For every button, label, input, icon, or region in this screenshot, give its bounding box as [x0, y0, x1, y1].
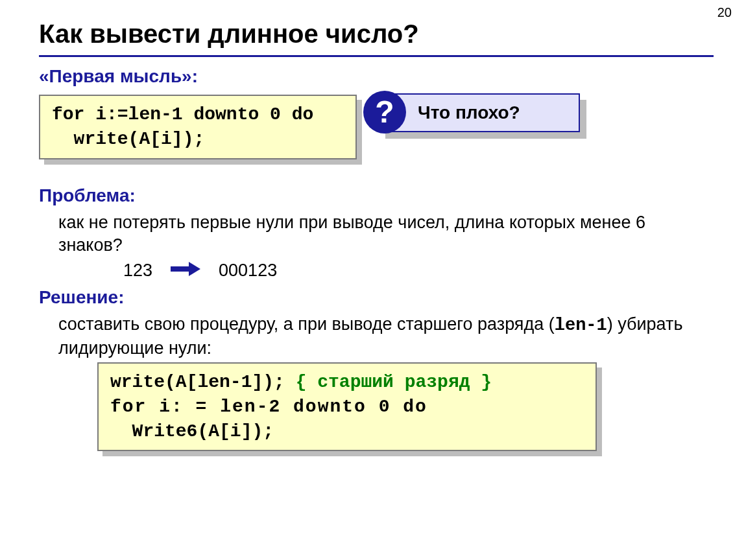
first-thought-row: for i:=len-1 downto 0 do write(A[i]); ? … — [39, 92, 714, 167]
code2-comment: { старший разряд } — [296, 372, 492, 392]
callout-text: Что плохо? — [418, 102, 520, 123]
svg-rect-0 — [171, 266, 189, 272]
arrow-right-icon — [171, 261, 200, 281]
solution-text: составить свою процедуру, а при выводе с… — [58, 313, 714, 360]
callout: ? Что плохо? — [379, 93, 580, 132]
code1-line1: for i:=len-1 downto 0 do — [52, 104, 313, 124]
slide-content: Как вывести длинное число? «Первая мысль… — [0, 0, 746, 451]
code-block-1: for i:=len-1 downto 0 do write(A[i]); — [39, 95, 357, 159]
label-first-thought: «Первая мысль»: — [39, 66, 714, 87]
example-from: 123 — [123, 261, 152, 281]
title-divider — [39, 55, 714, 57]
slide-title: Как вывести длинное число? — [39, 19, 714, 49]
example-to: 000123 — [219, 261, 277, 281]
code-block-2: write(A[len-1]); { старший разряд } for … — [97, 362, 597, 451]
solution-text-code: len-1 — [555, 316, 607, 335]
code1-line2: write(A[i]); — [52, 129, 204, 149]
question-mark-icon: ? — [363, 91, 406, 134]
code2-line3: Write6(A[i]); — [110, 421, 274, 441]
svg-marker-1 — [189, 262, 200, 276]
problem-text: как не потерять первые нули при выводе ч… — [58, 211, 714, 257]
example-row: 123 000123 — [123, 261, 714, 281]
page-number: 20 — [717, 5, 732, 20]
label-problem: Проблема: — [39, 185, 714, 206]
label-solution: Решение: — [39, 287, 714, 308]
code2-line2: for i: = len-2 downto 0 do — [110, 397, 427, 417]
code2-line1a: write(A[len-1]); — [110, 372, 296, 392]
solution-text-p1: составить свою процедуру, а при выводе с… — [58, 314, 555, 334]
